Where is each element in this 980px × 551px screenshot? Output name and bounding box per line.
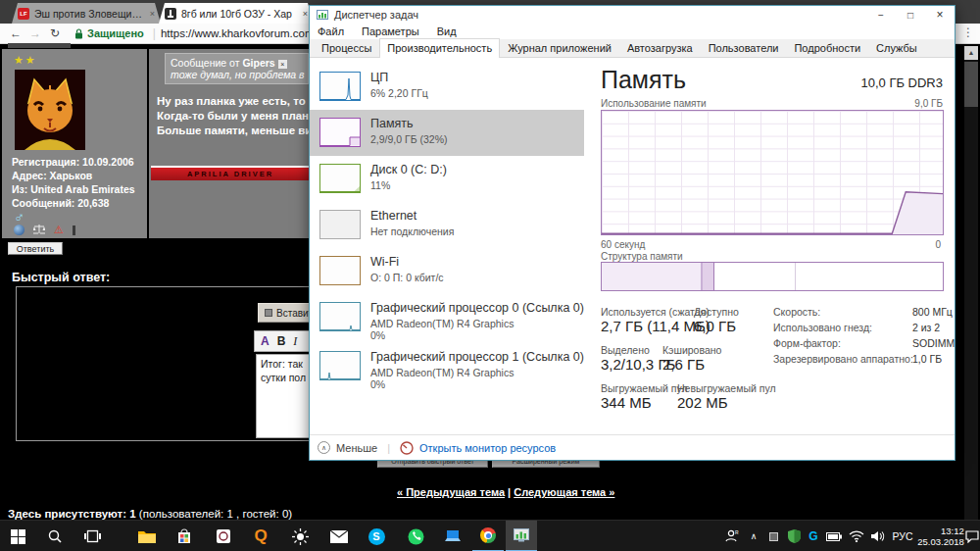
tab-startup[interactable]: Автозагрузка [619,38,701,57]
defender-shield-icon[interactable] [784,521,804,551]
file-explorer-icon[interactable] [131,521,163,551]
scroll-thumb[interactable] [964,62,978,107]
menu-options[interactable]: Параметры [362,25,419,37]
tray-app-icon[interactable] [764,521,782,551]
comp-in-use [602,263,703,290]
thread-nav: « Предыдущая тема | Следующая тема » [397,486,614,498]
q-app-icon[interactable]: Q [245,521,276,551]
tm-memory-pane: Память 10,0 ГБ DDR3 Использование памяти… [589,58,955,434]
sidebar-item-gpu1[interactable]: Графический процессор 1 (Ссылка 0) AMD R… [310,343,584,392]
store-icon[interactable] [169,521,200,551]
sidebar-item-memory[interactable]: Память 2,9/9,0 ГБ (32%) [310,110,584,156]
italic-icon[interactable]: I [293,334,297,349]
menu-view[interactable]: Вид [437,25,457,37]
sidebar-item-wifi[interactable]: Wi-Fi О: 0 П: 0 кбит/с [310,248,584,294]
secure-label[interactable]: Защищено [87,27,144,39]
close-icon[interactable]: × [925,8,955,22]
minimize-icon[interactable]: − [866,10,896,21]
warning-icon[interactable]: ⚠ [54,224,64,236]
language-indicator[interactable]: РУС [888,521,917,551]
tm-title-bar[interactable]: Диспетчер задач − □ × [310,6,955,24]
tm-tab-strip: Процессы Производительность Журнал прило… [310,39,955,58]
whatsapp-icon[interactable] [400,521,431,551]
wifi-thumbnail [319,256,361,285]
font-color-icon[interactable]: A [261,334,270,348]
browser-tab-active[interactable]: 8гб или 10гб ОЗУ - Хар × [159,3,314,24]
tab-users[interactable]: Пользователи [701,38,787,57]
speaker-icon[interactable] [867,521,889,551]
detail-value: 1,0 ГБ [912,353,942,365]
browser-menu-icon[interactable]: ⋮ [962,25,974,39]
sidebar-item-cpu[interactable]: ЦП 6% 2,20 ГГц [310,64,584,110]
battery-icon[interactable] [823,521,845,551]
people-icon[interactable]: R [721,521,743,551]
reload-icon[interactable]: ↻ [45,26,65,40]
chrome-icon[interactable] [472,521,504,551]
report-icon[interactable] [73,225,75,235]
action-center-icon[interactable] [964,521,980,551]
menu-file[interactable]: Файл [318,25,344,37]
clock[interactable]: 13:1225.03.2018 [917,521,964,551]
sidebar-item-disk[interactable]: Диск 0 (C: D:) 11% [310,156,584,202]
tab-services[interactable]: Службы [868,38,925,57]
composition-label: Структура памяти [601,251,683,262]
sidebar-title: ЦП [370,71,388,84]
g-app-icon[interactable]: G [805,521,822,551]
forum-user-panel: ★★ Регистрация: 10.09.2006 Адрес: Х [2,49,147,238]
task-view-icon[interactable] [76,521,108,551]
comp-free [796,263,943,290]
taskbar: Q S R ∧ G [0,520,980,551]
sun-icon[interactable] [284,521,316,551]
reply-button[interactable]: Ответить [8,242,63,255]
scroll-up-icon[interactable]: ▲ [964,46,978,60]
tab-close-icon[interactable]: × [303,9,308,19]
laptop-icon[interactable] [437,521,468,551]
page-scrollbar[interactable]: ▲ [964,46,978,520]
user-icons-row: ⚠ [14,224,75,236]
presence-bold: Здесь присутствуют: 1 [8,508,136,520]
presence-rest: (пользователей: 1 , гостей: 0) [136,508,292,520]
sidebar-item-ethernet[interactable]: Ethernet Нет подключения [310,202,584,248]
sidebar-item-gpu0[interactable]: Графический процессор 0 (Ссылка 0) AMD R… [310,294,584,343]
status-sphere-icon[interactable] [14,225,24,235]
quote-close-icon[interactable]: × [278,60,287,69]
stat-label: Доступно [694,306,739,318]
start-button[interactable] [2,521,33,551]
sidebar-sub: Нет подключения [370,225,454,237]
scales-icon[interactable] [33,225,45,235]
sidebar-sub: 6% 2,20 ГГц [370,87,428,99]
maximize-icon[interactable]: □ [896,10,925,21]
mail-icon[interactable] [323,521,355,551]
less-button[interactable]: Меньше [336,442,377,454]
open-resource-monitor-link[interactable]: Открыть монитор ресурсов [419,442,556,454]
next-thread-link[interactable]: Следующая тема » [514,486,614,498]
browser-tab-inactive[interactable]: LF Эш против Зловещих м × [12,3,161,24]
screen: LF Эш против Зловещих м × 8гб или 10гб О… [0,0,980,551]
back-icon[interactable]: ← [6,26,25,40]
tab-details[interactable]: Подробности [786,38,868,57]
date-label: 25.03.2018 [917,536,964,547]
tm-menu-bar: Файл Параметры Вид [310,24,955,39]
bold-icon[interactable]: B [277,334,286,348]
message-line: Больше памяти, меньше винда [157,124,332,138]
tab-processes[interactable]: Процессы [314,38,379,57]
tab-app-history[interactable]: Журнал приложений [500,38,619,57]
sidebar-title: Графический процессор 0 (Ссылка 0) [370,301,584,315]
search-icon[interactable] [39,521,71,551]
prev-thread-link[interactable]: « Предыдущая тема [397,486,505,498]
user-from: Из: United Arab Emirates [12,182,135,196]
g-letter: G [808,529,817,543]
task-manager-taskbar-icon[interactable] [506,521,537,551]
tray-chevron-icon[interactable]: ∧ [745,521,762,551]
collapse-icon[interactable]: ∧ [318,441,330,454]
skype-icon[interactable]: S [361,521,392,551]
tab-performance[interactable]: Производительность [379,38,500,58]
checkbox-icon[interactable] [265,309,272,317]
detail-label: Форм-фактор: [773,337,841,349]
stat-value: 202 МБ [677,394,728,411]
sidebar-title: Диск 0 (C: D:) [370,163,447,176]
wifi-icon[interactable] [846,521,867,551]
media-app-icon[interactable] [208,521,239,551]
tab-close-icon[interactable]: × [150,9,155,19]
forward-icon[interactable]: → [25,26,45,40]
